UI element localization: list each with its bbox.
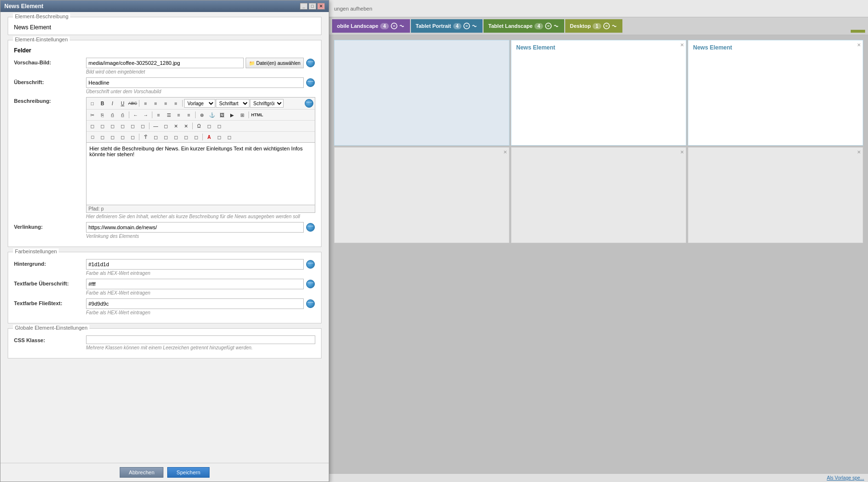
tb-btn-align-left[interactable]: ≡	[141, 99, 150, 108]
tb-paste[interactable]: ⎙	[108, 111, 117, 119]
tb-cut[interactable]: ✂	[87, 111, 97, 119]
tb-table[interactable]: ⊞	[237, 111, 247, 119]
tb-outdent[interactable]: ≡	[174, 111, 184, 119]
canvas-top-row: News Element ✕ News Element ✕	[334, 40, 863, 146]
globe-btn-text-body[interactable]	[306, 299, 315, 309]
tb-list-ul[interactable]: ≡	[154, 111, 163, 119]
tb-r4-15[interactable]: ◻	[224, 133, 234, 141]
globe-btn-hintergrund[interactable]	[306, 260, 315, 269]
tab-tablet-landscape[interactable]: Tablet Landscape 4	[484, 19, 564, 33]
tb-r3-6[interactable]: ◻	[138, 122, 148, 130]
close-button[interactable]: ✕	[317, 3, 325, 10]
close-x-bottom-3[interactable]: ✕	[857, 149, 861, 155]
close-x-center[interactable]: ✕	[680, 42, 684, 48]
tb-sep-10	[202, 134, 203, 140]
tb-btn-underline[interactable]: U	[118, 99, 127, 108]
tb-btn-italic[interactable]: I	[108, 99, 117, 108]
tb-r3-3[interactable]: ◻	[108, 122, 117, 130]
tb-hr[interactable]: —	[151, 122, 161, 130]
tb-image[interactable]: 🖼	[217, 111, 227, 119]
hintergrund-input[interactable]	[86, 259, 304, 270]
globe-btn-desc[interactable]	[304, 99, 314, 108]
tb-copy[interactable]: ⎘	[98, 111, 107, 119]
file-select-label: Datei(en) auswählen	[256, 61, 300, 66]
tab-tablet-landscape-label: Tablet Landscape	[488, 23, 533, 29]
tb-btn-align-center[interactable]: ≡	[151, 99, 161, 108]
tb-btn-align-justify[interactable]: ≡	[171, 99, 181, 108]
responsive-tabs: obile Landscape 4 Tablet Portrait 4 Tabl…	[329, 17, 868, 35]
globe-btn-headline[interactable]	[306, 78, 315, 87]
tb-r3-5[interactable]: ◻	[128, 122, 137, 130]
tab-mobile-landscape[interactable]: obile Landscape 4	[332, 19, 410, 33]
close-x-bottom-2[interactable]: ✕	[680, 149, 684, 155]
tb-select-font[interactable]: Schriftart	[216, 99, 249, 108]
cancel-button[interactable]: Abbrechen	[120, 467, 163, 478]
tb-r4-2[interactable]: ◻	[98, 133, 107, 141]
css-class-input[interactable]	[86, 335, 315, 344]
tab-tablet-portrait[interactable]: Tablet Portrait 4	[411, 19, 483, 33]
file-select-button[interactable]: 📁 Datei(en) auswählen	[246, 58, 304, 68]
tb-sep-8	[192, 123, 193, 129]
tb-html[interactable]: HTML	[250, 111, 264, 119]
link-icon-4	[603, 23, 610, 29]
maximize-button[interactable]: □	[309, 3, 316, 10]
tb-select-template[interactable]: Vorlage	[184, 99, 215, 108]
tab-desktop[interactable]: Desktop 1	[565, 19, 622, 33]
tb-r3-8[interactable]: ◻	[161, 122, 171, 130]
tb-r3-4[interactable]: ◻	[118, 122, 127, 130]
tb-btn-strikethrough[interactable]: ABC	[128, 99, 137, 108]
save-button[interactable]: Speichern	[167, 467, 210, 478]
tb-list-ol[interactable]: ☰	[164, 111, 174, 119]
tb-r4-9[interactable]: ◻	[161, 133, 171, 141]
tb-r4-11[interactable]: ◻	[181, 133, 191, 141]
tb-r4-1[interactable]: ◻	[87, 133, 97, 141]
minimize-button[interactable]: _	[300, 3, 308, 10]
tb-btn-bold[interactable]: B	[98, 99, 107, 108]
tb-paste2[interactable]: ⎙	[118, 111, 127, 119]
tb-omega[interactable]: Ω	[194, 122, 204, 130]
tb-r4-8[interactable]: ◻	[151, 133, 161, 141]
tb-redo[interactable]: →	[141, 111, 150, 119]
tb-r4-14[interactable]: ◻	[214, 133, 224, 141]
tb-r3-1[interactable]: ◻	[87, 122, 97, 130]
globe-btn-preview[interactable]	[306, 58, 315, 68]
tb-r4-5[interactable]: ◻	[128, 133, 137, 141]
description-hint: Hier definieren Sie den Inhalt, welcher …	[86, 214, 315, 219]
tb-btn-box[interactable]: □	[87, 99, 97, 108]
tb-r4-4[interactable]: ◻	[118, 133, 127, 141]
tb-media[interactable]: ▶	[227, 111, 237, 119]
tab-tablet-portrait-icons	[463, 23, 478, 29]
tb-remove[interactable]: ✕	[171, 122, 181, 130]
tb-r4-12[interactable]: ◻	[191, 133, 201, 141]
headline-input[interactable]	[86, 77, 304, 88]
tb-r4-7[interactable]: T̈	[141, 133, 150, 141]
tb-r3-11[interactable]: ◻	[204, 122, 214, 130]
tb-select-size[interactable]: Schriftgröße	[250, 99, 284, 108]
close-x-bottom-1[interactable]: ✕	[503, 149, 507, 155]
tb-undo[interactable]: ←	[131, 111, 140, 119]
globe-btn-verlinkung[interactable]	[306, 222, 315, 232]
section-color-title: Farbeinstellungen	[13, 248, 59, 254]
tb-anchor[interactable]: ⚓	[207, 111, 217, 119]
section-global-settings: Globale Element-Einstellungen CSS Klasse…	[8, 328, 322, 358]
preview-image-input[interactable]	[86, 58, 244, 68]
globe-icon-hintergrund	[306, 260, 315, 269]
verlinkung-input[interactable]	[86, 222, 304, 233]
tb-r4-3[interactable]: ◻	[108, 133, 117, 141]
text-headline-input[interactable]	[86, 279, 304, 289]
tb-link[interactable]: ⊕	[197, 111, 207, 119]
tb-btn-align-right[interactable]: ≡	[161, 99, 171, 108]
tb-color-a[interactable]: A	[204, 133, 214, 141]
globe-btn-text-headline[interactable]	[306, 279, 315, 289]
tb-r3-12[interactable]: ◻	[214, 122, 224, 130]
tb-r4-10[interactable]: ◻	[171, 133, 181, 141]
tb-remove2[interactable]: ✕	[181, 122, 191, 130]
close-x-right[interactable]: ✕	[857, 42, 861, 48]
verlinkung-input-row	[86, 222, 315, 233]
text-body-input[interactable]	[86, 298, 304, 309]
tb-r3-2[interactable]: ◻	[98, 122, 107, 130]
bottom-bar-link[interactable]: Als Vorlage spe...	[827, 475, 864, 481]
rte-content-area[interactable]: Hier steht die Beschreibung der News. Ei…	[86, 143, 315, 205]
tb-indent[interactable]: ≡	[184, 111, 194, 119]
dialog-footer: Abbrechen Speichern	[0, 463, 329, 482]
